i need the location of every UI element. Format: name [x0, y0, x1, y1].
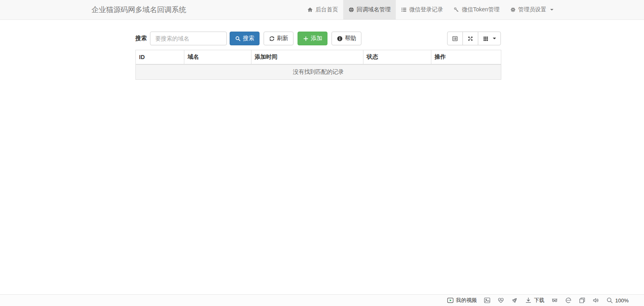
gear-icon	[510, 7, 516, 13]
brand-title[interactable]: 企业猫源码网多域名回调系统	[86, 0, 192, 19]
info-icon	[337, 36, 343, 42]
explorer-icon	[565, 297, 572, 304]
nav-item-label: 微信Token管理	[462, 6, 499, 13]
my-videos-label: 我的视频	[456, 297, 477, 304]
mute-button[interactable]	[592, 297, 600, 304]
speed-boost-button[interactable]	[511, 297, 518, 304]
boss-key-button[interactable]	[579, 297, 586, 304]
column-header-action: 操作	[431, 50, 501, 65]
navbar-container: 企业猫源码网多域名回调系统 后台首页	[86, 0, 559, 19]
nav-item-wechat-token[interactable]: 微信Token管理	[448, 0, 505, 19]
refresh-button[interactable]: 刷新	[264, 32, 293, 45]
chevron-down-icon	[493, 38, 496, 39]
column-header-status: 状态	[363, 50, 431, 65]
favorites-button[interactable]	[497, 297, 505, 304]
browser-status-bar: 我的视频	[0, 294, 644, 306]
search-icon	[235, 36, 241, 42]
downloads-button[interactable]: 下载	[525, 297, 545, 304]
nav-item-label: 管理员设置	[518, 6, 547, 13]
nav-item-label: 后台首页	[315, 6, 338, 13]
incognito-button[interactable]	[551, 297, 558, 304]
chevron-down-icon	[550, 9, 553, 11]
table-view-controls	[447, 32, 501, 45]
domains-table: ID 域名 添加时间 状态 操作 没有找到匹配的记录	[135, 50, 501, 80]
main-content: 搜索 搜索 刷新	[135, 32, 501, 80]
nav-item-label: 微信登录记录	[409, 6, 443, 13]
glasses-icon	[551, 297, 558, 304]
list-icon	[401, 7, 407, 13]
key-icon	[454, 7, 459, 13]
nav-item-label: 回调域名管理	[357, 6, 391, 13]
window-icon	[579, 297, 586, 304]
photo-icon	[484, 297, 491, 304]
card-view-icon	[452, 36, 458, 42]
search-button[interactable]: 搜索	[230, 32, 260, 45]
refresh-icon	[269, 36, 275, 42]
empty-row: 没有找到匹配的记录	[136, 64, 501, 80]
fullscreen-button[interactable]	[462, 32, 478, 45]
no-records-message: 没有找到匹配的记录	[136, 64, 501, 80]
heart-pulse-icon	[497, 297, 505, 304]
video-play-icon	[447, 297, 454, 304]
add-button[interactable]: 添加	[298, 32, 327, 45]
images-button[interactable]	[484, 297, 491, 304]
my-videos-button[interactable]: 我的视频	[447, 297, 477, 304]
table-toolbar: 搜索 搜索 刷新	[135, 32, 501, 45]
help-button[interactable]: 帮助	[332, 32, 361, 45]
nav-menu: 后台首页 回调域名管理	[302, 0, 558, 19]
refresh-button-label: 刷新	[277, 35, 288, 42]
search-button-label: 搜索	[243, 35, 254, 42]
nav-item-admin-settings[interactable]: 管理员设置	[505, 0, 559, 19]
nav-item-callback-domains[interactable]: 回调域名管理	[343, 0, 396, 19]
columns-button[interactable]	[478, 32, 501, 45]
table-header-row: ID 域名 添加时间 状态 操作	[136, 50, 501, 65]
downloads-label: 下载	[534, 297, 545, 304]
column-header-domain: 域名	[184, 50, 251, 65]
rocket-icon	[511, 297, 518, 304]
navbar: 企业猫源码网多域名回调系统 后台首页	[0, 0, 644, 20]
column-header-time: 添加时间	[251, 50, 363, 65]
page-zoom-control[interactable]: 100%	[606, 297, 629, 304]
search-input[interactable]	[150, 32, 227, 45]
fullscreen-icon	[467, 36, 473, 42]
nav-item-wechat-login-records[interactable]: 微信登录记录	[396, 0, 448, 19]
nav-item-home[interactable]: 后台首页	[302, 0, 343, 19]
help-button-label: 帮助	[345, 35, 356, 42]
add-button-label: 添加	[311, 35, 322, 42]
download-icon	[525, 297, 532, 304]
card-view-button[interactable]	[447, 32, 463, 45]
zoom-magnifier-icon	[606, 297, 613, 304]
zoom-level-label: 100%	[615, 298, 629, 304]
columns-icon	[483, 36, 489, 42]
search-label: 搜索	[135, 35, 147, 42]
column-header-id: ID	[136, 50, 184, 65]
speaker-icon	[592, 297, 600, 304]
compatibility-mode-button[interactable]	[565, 297, 572, 304]
plus-icon	[303, 36, 309, 42]
globe-icon	[348, 7, 354, 13]
home-icon	[307, 7, 313, 13]
